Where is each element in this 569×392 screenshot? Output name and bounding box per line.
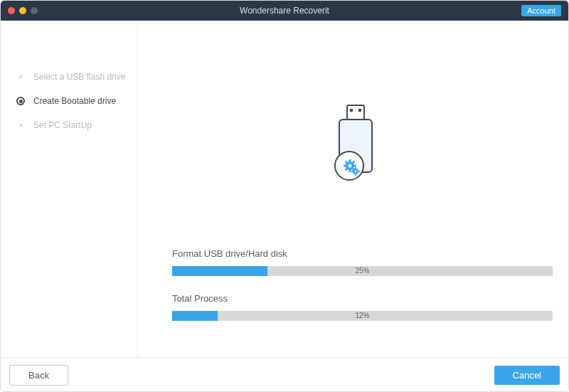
sidebar-item-label: Select a USB flash drive xyxy=(33,72,125,82)
progress-section: Format USB drive/Hard disk 25% Total Pro… xyxy=(172,248,553,321)
close-icon[interactable] xyxy=(8,7,15,14)
svg-rect-9 xyxy=(353,165,356,167)
step-dot-icon xyxy=(16,73,25,81)
svg-rect-18 xyxy=(351,171,353,172)
account-button[interactable]: Account xyxy=(521,5,561,16)
progress-fill-total xyxy=(172,311,218,321)
footer: Back Cancel xyxy=(1,357,568,392)
progress-label-total: Total Process xyxy=(172,293,553,304)
cancel-button[interactable]: Cancel xyxy=(494,366,560,385)
svg-rect-0 xyxy=(347,105,364,120)
svg-rect-7 xyxy=(349,169,351,172)
content: Select a USB flash drive Create Bootable… xyxy=(1,21,568,357)
sidebar-item-set-startup[interactable]: Set PC StartUp xyxy=(1,113,137,137)
app-title: Wondershare Recoverit xyxy=(240,6,329,16)
usb-drive-icon xyxy=(321,102,385,191)
svg-rect-1 xyxy=(350,109,353,112)
back-button[interactable]: Back xyxy=(9,365,68,386)
svg-rect-2 xyxy=(358,109,361,112)
svg-rect-6 xyxy=(349,159,351,162)
sidebar-item-select-usb[interactable]: Select a USB flash drive xyxy=(1,65,137,89)
svg-rect-8 xyxy=(344,165,346,167)
sidebar-item-create-bootable[interactable]: Create Bootable drive xyxy=(1,89,137,113)
svg-point-20 xyxy=(354,171,356,173)
titlebar: Wondershare Recoverit Account xyxy=(1,1,568,21)
progress-bar-format: 25% xyxy=(172,266,553,276)
svg-rect-17 xyxy=(355,174,356,176)
progress-fill-format xyxy=(172,266,267,276)
svg-rect-16 xyxy=(355,167,356,169)
sidebar: Select a USB flash drive Create Bootable… xyxy=(1,21,138,357)
progress-percent-total: 12% xyxy=(355,311,369,321)
sidebar-item-label: Set PC StartUp xyxy=(33,120,92,130)
svg-point-14 xyxy=(348,164,351,168)
progress-label-format: Format USB drive/Hard disk xyxy=(172,248,553,259)
step-active-icon xyxy=(16,97,25,105)
maximize-icon[interactable] xyxy=(31,7,38,14)
main-panel: Format USB drive/Hard disk 25% Total Pro… xyxy=(138,21,568,357)
sidebar-item-label: Create Bootable drive xyxy=(33,96,116,106)
window-controls xyxy=(8,7,38,14)
svg-rect-19 xyxy=(358,171,360,172)
progress-percent-format: 25% xyxy=(355,266,369,276)
progress-bar-total: 12% xyxy=(172,311,553,321)
step-dot-icon xyxy=(16,121,25,129)
minimize-icon[interactable] xyxy=(19,7,26,14)
